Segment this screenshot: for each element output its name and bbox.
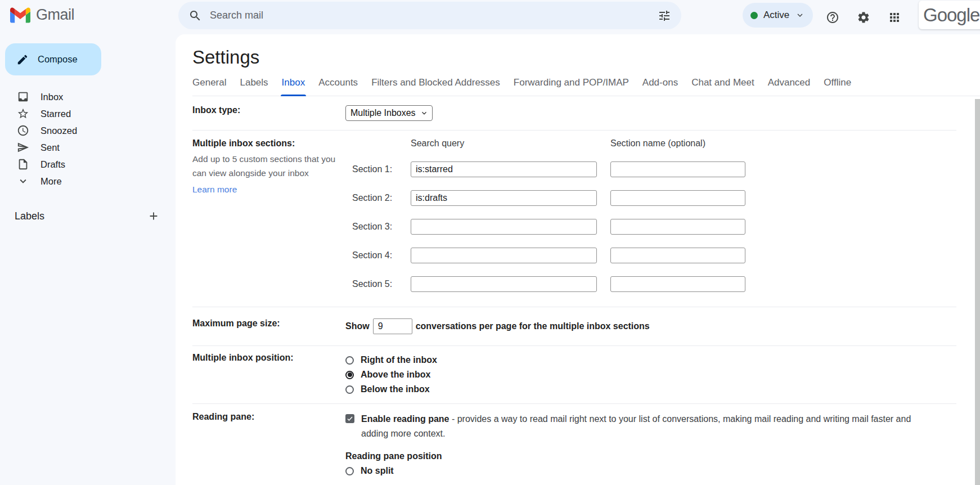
scrollbar-track [975,99,980,485]
sidebar-item-label: Inbox [41,92,63,102]
gmail-logo[interactable]: Gmail [10,6,74,24]
sidebar-item-drafts[interactable]: Drafts [0,156,176,173]
sidebar-item-more[interactable]: More [0,173,176,190]
sections-label: Multiple inbox sections: [192,138,345,149]
send-icon [17,141,29,154]
reading-pane-label: Reading pane: [192,412,345,478]
enable-reading-pane-checkbox[interactable] [345,414,354,423]
section-4-name-input[interactable] [610,248,745,263]
compose-label: Compose [38,54,78,65]
sidebar-item-starred[interactable]: Starred [0,105,176,122]
tune-icon[interactable] [658,9,671,23]
chevron-down-icon [17,175,29,187]
radio-below-the-inbox[interactable]: Below the inbox [345,382,956,397]
sidebar-item-sent[interactable]: Sent [0,139,176,156]
tab-filters[interactable]: Filters and Blocked Addresses [371,77,500,88]
sections-description: Add up to 5 custom sections that you can… [192,152,338,180]
google-apps-button[interactable] [884,7,905,28]
labels-header: Labels [15,210,44,222]
sidebar-item-label: Snoozed [41,125,77,136]
tab-offline[interactable]: Offline [824,77,851,88]
inbox-type-select[interactable]: Multiple Inboxes [345,105,433,121]
search-icon[interactable] [188,9,202,23]
radio-icon [345,467,354,475]
tab-addons[interactable]: Add-ons [642,77,678,88]
radio-icon [345,356,354,365]
tab-general[interactable]: General [192,77,226,88]
gmail-wordmark: Gmail [36,6,74,24]
section-1-name-input[interactable] [610,161,745,177]
labels-header-row: Labels [0,206,176,226]
active-status-dot [750,12,758,19]
sections-table: Search query Section name (optional) Sec… [345,138,956,292]
section-2-name-input[interactable] [610,190,745,206]
chevron-down-icon [795,10,805,20]
reading-pane-description: Enable reading pane - provides a way to … [361,412,935,441]
settings-tabs: General Labels Inbox Accounts Filters an… [192,77,980,96]
tab-forwarding[interactable]: Forwarding and POP/IMAP [514,77,629,88]
sidebar-item-label: Starred [41,109,71,119]
section-3-name-input[interactable] [610,219,745,235]
radio-label: No split [361,466,394,476]
status-chip[interactable]: Active [743,3,813,28]
help-icon [826,11,839,24]
sidebar: Compose Inbox Starred Snoozed Sent Draft… [0,34,176,485]
reading-pane-row: Reading pane: Enable reading pane - prov… [192,404,956,484]
google-wordmark: Google [923,5,979,26]
tab-accounts[interactable]: Accounts [318,77,358,88]
clock-icon [17,124,29,137]
radio-label: Below the inbox [361,384,430,394]
star-icon [17,107,29,120]
radio-label: Right of the inbox [361,355,437,365]
plus-icon[interactable] [147,210,160,222]
sidebar-item-label: Sent [41,142,60,153]
search-input[interactable] [210,10,650,21]
sidebar-nav: Inbox Starred Snoozed Sent Drafts More [0,88,176,190]
radio-no-split[interactable]: No split [345,464,956,478]
radio-label: Above the inbox [361,370,430,380]
section-3-query-input[interactable] [411,219,597,235]
enable-reading-pane-label: Enable reading pane [361,414,449,424]
google-logo-panel: Google [919,1,980,29]
inbox-type-label: Inbox type: [192,105,345,121]
section-4-query-input[interactable] [411,248,597,263]
tab-chat-and-meet[interactable]: Chat and Meet [691,77,754,88]
compose-button[interactable]: Compose [5,43,101,75]
check-icon [347,415,353,422]
section-4-label: Section 4: [345,250,411,261]
sidebar-item-label: More [41,176,62,187]
multiple-inbox-position-label: Multiple inbox position: [192,353,345,397]
section-5-query-input[interactable] [411,276,597,292]
tab-inbox[interactable]: Inbox [282,77,305,88]
page-title: Settings [192,34,980,68]
inbox-type-row: Inbox type: Multiple Inboxes [192,96,956,131]
sidebar-item-snoozed[interactable]: Snoozed [0,122,176,139]
radio-icon [345,385,354,394]
page-size-input[interactable] [373,318,412,334]
section-2-query-input[interactable] [411,190,597,206]
pencil-icon [16,53,29,66]
section-3-label: Section 3: [345,222,411,232]
section-1-label: Section 1: [345,164,411,174]
tab-advanced[interactable]: Advanced [768,77,811,88]
status-label: Active [763,10,789,21]
scrollbar-thumb[interactable] [975,99,980,485]
section-5-name-input[interactable] [610,276,745,292]
page-size-prefix: Show [345,321,370,331]
sidebar-item-label: Drafts [41,159,65,170]
sidebar-item-inbox[interactable]: Inbox [0,88,176,105]
inbox-icon [17,91,29,103]
reading-pane-position-heading: Reading pane position [345,451,956,461]
section-1-query-input[interactable] [411,161,597,177]
settings-button[interactable] [853,7,874,28]
inbox-type-value: Multiple Inboxes [350,108,416,118]
maximum-page-size-label: Maximum page size: [192,318,345,334]
tab-labels[interactable]: Labels [240,77,268,88]
search-bar [178,2,681,29]
column-header-search-query: Search query [411,138,597,149]
help-button[interactable] [822,7,843,28]
learn-more-link[interactable]: Learn more [192,185,237,195]
page-size-suffix: conversations per page for the multiple … [416,321,650,331]
radio-above-the-inbox[interactable]: Above the inbox [345,367,956,382]
radio-right-of-inbox[interactable]: Right of the inbox [345,353,956,367]
